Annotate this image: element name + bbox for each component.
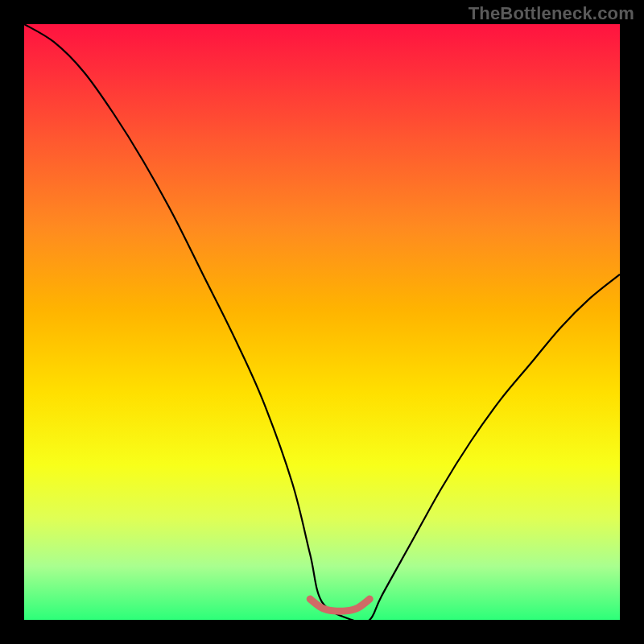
chart-frame: TheBottleneck.com xyxy=(0,0,644,644)
curve-layer xyxy=(24,24,620,620)
plot-area xyxy=(24,24,620,620)
watermark-text: TheBottleneck.com xyxy=(469,3,634,24)
bottleneck-curve xyxy=(24,24,620,620)
optimal-region-marker xyxy=(310,599,369,611)
